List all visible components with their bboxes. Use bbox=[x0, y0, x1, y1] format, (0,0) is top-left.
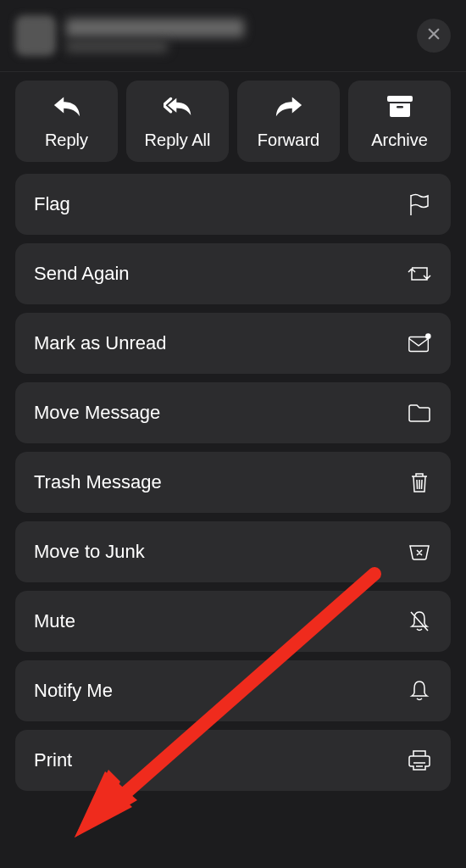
reply-button[interactable]: Reply bbox=[15, 81, 118, 162]
notify-me-label: Notify Me bbox=[34, 680, 113, 702]
folder-icon bbox=[407, 400, 432, 426]
trash-icon bbox=[407, 470, 432, 495]
reply-all-button[interactable]: Reply All bbox=[126, 81, 229, 162]
archive-icon bbox=[386, 93, 414, 122]
forward-button[interactable]: Forward bbox=[237, 81, 340, 162]
notify-me-item[interactable]: Notify Me bbox=[15, 660, 451, 721]
move-message-item[interactable]: Move Message bbox=[15, 382, 451, 443]
reply-icon bbox=[53, 93, 81, 122]
print-label: Print bbox=[34, 749, 72, 771]
archive-label: Archive bbox=[371, 131, 428, 150]
flag-label: Flag bbox=[34, 193, 70, 215]
sender-sub-redacted bbox=[66, 41, 168, 53]
reply-all-label: Reply All bbox=[145, 131, 211, 150]
sender-name-redacted bbox=[66, 19, 244, 37]
top-actions-row: Reply Reply All Forward Archive bbox=[0, 81, 466, 174]
mute-icon bbox=[407, 609, 432, 634]
sheet-header bbox=[0, 0, 466, 66]
header-text bbox=[66, 19, 417, 53]
svg-rect-0 bbox=[387, 96, 413, 102]
forward-label: Forward bbox=[258, 131, 319, 150]
move-message-label: Move Message bbox=[34, 402, 160, 424]
flag-icon bbox=[407, 192, 432, 217]
print-icon bbox=[407, 748, 432, 773]
svg-rect-1 bbox=[397, 106, 403, 108]
mark-unread-icon bbox=[407, 331, 432, 356]
mark-unread-item[interactable]: Mark as Unread bbox=[15, 313, 451, 374]
reply-label: Reply bbox=[45, 131, 88, 150]
close-button[interactable] bbox=[417, 19, 451, 53]
move-junk-item[interactable]: Move to Junk bbox=[15, 521, 451, 582]
mute-item[interactable]: Mute bbox=[15, 591, 451, 652]
menu-list: Flag Send Again Mark as Unread Move Mess… bbox=[0, 174, 466, 791]
trash-message-item[interactable]: Trash Message bbox=[15, 452, 451, 513]
divider bbox=[0, 71, 466, 72]
send-again-item[interactable]: Send Again bbox=[15, 243, 451, 304]
avatar bbox=[15, 15, 56, 56]
forward-icon bbox=[275, 93, 303, 122]
move-junk-label: Move to Junk bbox=[34, 541, 145, 563]
reply-all-icon bbox=[164, 93, 192, 122]
close-icon bbox=[426, 26, 441, 45]
print-item[interactable]: Print bbox=[15, 730, 451, 791]
send-again-label: Send Again bbox=[34, 263, 130, 285]
mark-unread-label: Mark as Unread bbox=[34, 332, 167, 354]
svg-point-3 bbox=[425, 333, 431, 339]
trash-message-label: Trash Message bbox=[34, 471, 162, 493]
mute-label: Mute bbox=[34, 610, 75, 632]
svg-rect-2 bbox=[409, 337, 429, 352]
junk-icon bbox=[407, 539, 432, 565]
flag-item[interactable]: Flag bbox=[15, 174, 451, 235]
archive-button[interactable]: Archive bbox=[348, 81, 451, 162]
send-again-icon bbox=[407, 261, 432, 287]
bell-icon bbox=[407, 678, 432, 704]
